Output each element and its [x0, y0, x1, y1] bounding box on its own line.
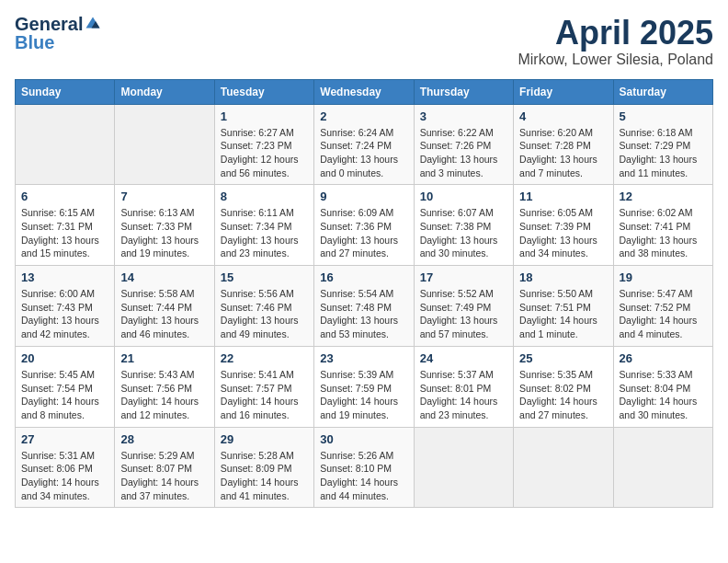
calendar-body: 1Sunrise: 6:27 AM Sunset: 7:23 PM Daylig…: [16, 104, 713, 508]
logo-general: General: [15, 15, 83, 33]
calendar-day-cell: [613, 427, 712, 508]
day-number: 13: [21, 270, 108, 284]
day-number: 20: [21, 351, 108, 365]
day-number: 21: [120, 351, 208, 365]
day-number: 3: [420, 109, 507, 123]
day-number: 12: [620, 190, 707, 203]
calendar-day-cell: 6Sunrise: 6:15 AM Sunset: 7:31 PM Daylig…: [16, 185, 115, 266]
day-info: Sunrise: 6:02 AM Sunset: 7:41 PM Dayligh…: [620, 206, 707, 260]
logo-icon: [85, 16, 101, 32]
day-number: 1: [221, 109, 308, 123]
calendar-day-cell: 10Sunrise: 6:07 AM Sunset: 7:38 PM Dayli…: [414, 185, 513, 266]
day-number: 9: [320, 190, 407, 203]
calendar-day-cell: 15Sunrise: 5:56 AM Sunset: 7:46 PM Dayli…: [214, 266, 313, 347]
day-number: 26: [620, 351, 707, 365]
day-info: Sunrise: 5:56 AM Sunset: 7:46 PM Dayligh…: [221, 287, 308, 341]
calendar-day-cell: 24Sunrise: 5:37 AM Sunset: 8:01 PM Dayli…: [414, 346, 513, 427]
day-info: Sunrise: 6:24 AM Sunset: 7:24 PM Dayligh…: [320, 126, 407, 180]
calendar-day-cell: 5Sunrise: 6:18 AM Sunset: 7:29 PM Daylig…: [613, 104, 712, 185]
day-info: Sunrise: 5:52 AM Sunset: 7:49 PM Dayligh…: [420, 287, 507, 341]
logo: General Blue: [15, 15, 101, 52]
day-info: Sunrise: 5:43 AM Sunset: 7:56 PM Dayligh…: [120, 368, 208, 422]
day-info: Sunrise: 5:29 AM Sunset: 8:07 PM Dayligh…: [120, 449, 208, 503]
calendar-day-cell: 22Sunrise: 5:41 AM Sunset: 7:57 PM Dayli…: [214, 346, 313, 427]
calendar-day-cell: 11Sunrise: 6:05 AM Sunset: 7:39 PM Dayli…: [514, 185, 613, 266]
day-number: 7: [120, 190, 208, 203]
day-number: 8: [221, 190, 308, 203]
day-number: 15: [221, 270, 308, 284]
day-number: 4: [519, 109, 607, 123]
calendar-day-cell: 29Sunrise: 5:28 AM Sunset: 8:09 PM Dayli…: [214, 427, 313, 508]
day-number: 2: [320, 109, 407, 123]
calendar-day-cell: 9Sunrise: 6:09 AM Sunset: 7:36 PM Daylig…: [314, 185, 414, 266]
day-info: Sunrise: 5:31 AM Sunset: 8:06 PM Dayligh…: [21, 449, 108, 503]
calendar-day-cell: [414, 427, 513, 508]
calendar-day-cell: 25Sunrise: 5:35 AM Sunset: 8:02 PM Dayli…: [514, 346, 613, 427]
calendar-day-cell: 23Sunrise: 5:39 AM Sunset: 7:59 PM Dayli…: [314, 346, 414, 427]
calendar-week-row: 6Sunrise: 6:15 AM Sunset: 7:31 PM Daylig…: [16, 185, 713, 266]
calendar-header-row: SundayMondayTuesdayWednesdayThursdayFrid…: [16, 79, 713, 104]
day-number: 17: [420, 270, 507, 284]
weekday-header-saturday: Saturday: [613, 79, 712, 104]
calendar-day-cell: 30Sunrise: 5:26 AM Sunset: 8:10 PM Dayli…: [314, 427, 414, 508]
day-number: 24: [420, 351, 507, 365]
calendar-week-row: 1Sunrise: 6:27 AM Sunset: 7:23 PM Daylig…: [16, 104, 713, 185]
calendar-table: SundayMondayTuesdayWednesdayThursdayFrid…: [15, 79, 713, 509]
day-number: 18: [519, 270, 607, 284]
day-info: Sunrise: 5:28 AM Sunset: 8:09 PM Dayligh…: [221, 449, 308, 503]
day-info: Sunrise: 6:15 AM Sunset: 7:31 PM Dayligh…: [21, 206, 108, 260]
day-info: Sunrise: 5:41 AM Sunset: 7:57 PM Dayligh…: [221, 368, 308, 422]
calendar-day-cell: 14Sunrise: 5:58 AM Sunset: 7:44 PM Dayli…: [115, 266, 214, 347]
day-info: Sunrise: 5:33 AM Sunset: 8:04 PM Dayligh…: [620, 368, 707, 422]
day-info: Sunrise: 5:58 AM Sunset: 7:44 PM Dayligh…: [120, 287, 208, 341]
calendar-day-cell: 1Sunrise: 6:27 AM Sunset: 7:23 PM Daylig…: [214, 104, 313, 185]
day-info: Sunrise: 6:20 AM Sunset: 7:28 PM Dayligh…: [519, 126, 607, 180]
calendar-day-cell: 16Sunrise: 5:54 AM Sunset: 7:48 PM Dayli…: [314, 266, 414, 347]
page-header: General Blue April 2025 Mirkow, Lower Si…: [15, 15, 713, 68]
calendar-week-row: 13Sunrise: 6:00 AM Sunset: 7:43 PM Dayli…: [16, 266, 713, 347]
day-info: Sunrise: 6:09 AM Sunset: 7:36 PM Dayligh…: [320, 206, 407, 260]
calendar-day-cell: [514, 427, 613, 508]
day-number: 22: [221, 351, 308, 365]
day-number: 27: [21, 432, 108, 446]
day-info: Sunrise: 6:07 AM Sunset: 7:38 PM Dayligh…: [420, 206, 507, 260]
calendar-day-cell: 28Sunrise: 5:29 AM Sunset: 8:07 PM Dayli…: [115, 427, 214, 508]
weekday-header-tuesday: Tuesday: [214, 79, 313, 104]
day-info: Sunrise: 6:22 AM Sunset: 7:26 PM Dayligh…: [420, 126, 507, 180]
day-info: Sunrise: 5:26 AM Sunset: 8:10 PM Dayligh…: [320, 449, 407, 503]
day-number: 29: [221, 432, 308, 446]
calendar-day-cell: 20Sunrise: 5:45 AM Sunset: 7:54 PM Dayli…: [16, 346, 115, 427]
weekday-header-thursday: Thursday: [414, 79, 513, 104]
weekday-header-friday: Friday: [514, 79, 613, 104]
day-info: Sunrise: 6:18 AM Sunset: 7:29 PM Dayligh…: [620, 126, 707, 180]
day-number: 5: [620, 109, 707, 123]
calendar-week-row: 20Sunrise: 5:45 AM Sunset: 7:54 PM Dayli…: [16, 346, 713, 427]
title-block: April 2025 Mirkow, Lower Silesia, Poland: [518, 15, 713, 68]
calendar-day-cell: 3Sunrise: 6:22 AM Sunset: 7:26 PM Daylig…: [414, 104, 513, 185]
weekday-header-sunday: Sunday: [16, 79, 115, 104]
day-info: Sunrise: 5:47 AM Sunset: 7:52 PM Dayligh…: [620, 287, 707, 341]
day-number: 23: [320, 351, 407, 365]
day-info: Sunrise: 5:37 AM Sunset: 8:01 PM Dayligh…: [420, 368, 507, 422]
day-info: Sunrise: 6:00 AM Sunset: 7:43 PM Dayligh…: [21, 287, 108, 341]
weekday-header-wednesday: Wednesday: [314, 79, 414, 104]
day-number: 30: [320, 432, 407, 446]
calendar-day-cell: 18Sunrise: 5:50 AM Sunset: 7:51 PM Dayli…: [514, 266, 613, 347]
day-info: Sunrise: 6:11 AM Sunset: 7:34 PM Dayligh…: [221, 206, 308, 260]
calendar-day-cell: 26Sunrise: 5:33 AM Sunset: 8:04 PM Dayli…: [613, 346, 712, 427]
day-info: Sunrise: 5:54 AM Sunset: 7:48 PM Dayligh…: [320, 287, 407, 341]
calendar-day-cell: 7Sunrise: 6:13 AM Sunset: 7:33 PM Daylig…: [115, 185, 214, 266]
day-info: Sunrise: 5:45 AM Sunset: 7:54 PM Dayligh…: [21, 368, 108, 422]
day-info: Sunrise: 5:35 AM Sunset: 8:02 PM Dayligh…: [519, 368, 607, 422]
day-number: 6: [21, 190, 108, 203]
day-info: Sunrise: 5:39 AM Sunset: 7:59 PM Dayligh…: [320, 368, 407, 422]
day-number: 19: [620, 270, 707, 284]
calendar-day-cell: 19Sunrise: 5:47 AM Sunset: 7:52 PM Dayli…: [613, 266, 712, 347]
calendar-day-cell: [115, 104, 214, 185]
day-info: Sunrise: 5:50 AM Sunset: 7:51 PM Dayligh…: [519, 287, 607, 341]
day-number: 28: [120, 432, 208, 446]
day-number: 10: [420, 190, 507, 203]
title-month: April 2025: [518, 15, 713, 52]
title-location: Mirkow, Lower Silesia, Poland: [518, 52, 713, 68]
calendar-day-cell: [16, 104, 115, 185]
